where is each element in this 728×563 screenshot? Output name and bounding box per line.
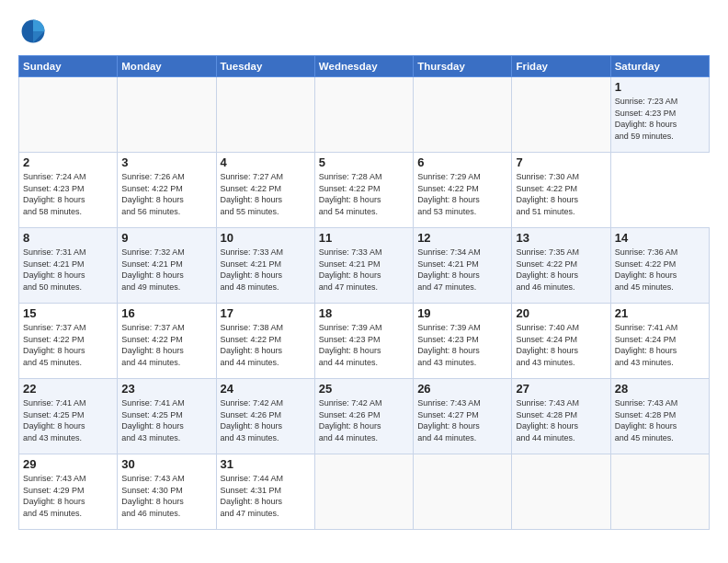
calendar-cell: 7Sunrise: 7:30 AM Sunset: 4:22 PM Daylig…	[512, 153, 610, 228]
header	[18, 17, 710, 46]
calendar-cell: 30Sunrise: 7:43 AM Sunset: 4:30 PM Dayli…	[118, 454, 216, 530]
calendar-cell: 13Sunrise: 7:35 AM Sunset: 4:22 PM Dayli…	[512, 228, 610, 304]
calendar-row: 22Sunrise: 7:41 AM Sunset: 4:25 PM Dayli…	[19, 379, 710, 454]
calendar-row: 8Sunrise: 7:31 AM Sunset: 4:21 PM Daylig…	[19, 228, 710, 304]
calendar-cell: 3Sunrise: 7:26 AM Sunset: 4:22 PM Daylig…	[118, 153, 216, 228]
empty-cell	[414, 454, 512, 530]
empty-cell	[414, 77, 512, 153]
calendar-cell: 18Sunrise: 7:39 AM Sunset: 4:23 PM Dayli…	[314, 304, 413, 379]
calendar-row: 1Sunrise: 7:23 AM Sunset: 4:23 PM Daylig…	[19, 77, 710, 153]
empty-cell	[314, 454, 413, 530]
calendar-cell: 24Sunrise: 7:42 AM Sunset: 4:26 PM Dayli…	[216, 379, 314, 454]
calendar-cell: 14Sunrise: 7:36 AM Sunset: 4:22 PM Dayli…	[610, 228, 709, 304]
empty-cell	[610, 454, 709, 530]
logo	[18, 17, 51, 46]
calendar-cell: 22Sunrise: 7:41 AM Sunset: 4:25 PM Dayli…	[19, 379, 118, 454]
calendar-cell: 26Sunrise: 7:43 AM Sunset: 4:27 PM Dayli…	[414, 379, 512, 454]
calendar-cell: 10Sunrise: 7:33 AM Sunset: 4:21 PM Dayli…	[216, 228, 314, 304]
calendar-cell: 11Sunrise: 7:33 AM Sunset: 4:21 PM Dayli…	[314, 228, 413, 304]
empty-cell	[314, 77, 413, 153]
calendar-cell: 4Sunrise: 7:27 AM Sunset: 4:22 PM Daylig…	[216, 153, 314, 228]
calendar-cell: 20Sunrise: 7:40 AM Sunset: 4:24 PM Dayli…	[512, 304, 610, 379]
weekday-header: Wednesday	[314, 56, 413, 77]
calendar-cell: 9Sunrise: 7:32 AM Sunset: 4:21 PM Daylig…	[118, 228, 216, 304]
calendar-cell: 31Sunrise: 7:44 AM Sunset: 4:31 PM Dayli…	[216, 454, 314, 530]
weekday-header: Saturday	[610, 56, 709, 77]
calendar-cell: 19Sunrise: 7:39 AM Sunset: 4:23 PM Dayli…	[414, 304, 512, 379]
weekday-header: Friday	[512, 56, 610, 77]
empty-cell	[118, 77, 216, 153]
calendar-cell: 21Sunrise: 7:41 AM Sunset: 4:24 PM Dayli…	[610, 304, 709, 379]
calendar-cell: 12Sunrise: 7:34 AM Sunset: 4:21 PM Dayli…	[414, 228, 512, 304]
calendar-cell: 1Sunrise: 7:23 AM Sunset: 4:23 PM Daylig…	[610, 77, 709, 153]
calendar-row: 2Sunrise: 7:24 AM Sunset: 4:23 PM Daylig…	[19, 153, 710, 228]
calendar-cell: 8Sunrise: 7:31 AM Sunset: 4:21 PM Daylig…	[19, 228, 118, 304]
calendar-page: SundayMondayTuesdayWednesdayThursdayFrid…	[0, 0, 728, 563]
calendar-table: SundayMondayTuesdayWednesdayThursdayFrid…	[18, 55, 710, 530]
calendar-cell: 6Sunrise: 7:29 AM Sunset: 4:22 PM Daylig…	[414, 153, 512, 228]
empty-cell	[216, 77, 314, 153]
weekday-header: Sunday	[19, 56, 118, 77]
calendar-cell: 2Sunrise: 7:24 AM Sunset: 4:23 PM Daylig…	[19, 153, 118, 228]
calendar-row: 15Sunrise: 7:37 AM Sunset: 4:22 PM Dayli…	[19, 304, 710, 379]
weekday-header: Tuesday	[216, 56, 314, 77]
calendar-cell: 27Sunrise: 7:43 AM Sunset: 4:28 PM Dayli…	[512, 379, 610, 454]
weekday-header: Monday	[118, 56, 216, 77]
calendar-cell: 25Sunrise: 7:42 AM Sunset: 4:26 PM Dayli…	[314, 379, 413, 454]
calendar-cell: 29Sunrise: 7:43 AM Sunset: 4:29 PM Dayli…	[19, 454, 118, 530]
calendar-row: 29Sunrise: 7:43 AM Sunset: 4:29 PM Dayli…	[19, 454, 710, 530]
calendar-cell: 23Sunrise: 7:41 AM Sunset: 4:25 PM Dayli…	[118, 379, 216, 454]
calendar-cell: 16Sunrise: 7:37 AM Sunset: 4:22 PM Dayli…	[118, 304, 216, 379]
empty-cell	[512, 77, 610, 153]
calendar-cell: 28Sunrise: 7:43 AM Sunset: 4:28 PM Dayli…	[610, 379, 709, 454]
calendar-cell: 15Sunrise: 7:37 AM Sunset: 4:22 PM Dayli…	[19, 304, 118, 379]
header-row: SundayMondayTuesdayWednesdayThursdayFrid…	[19, 56, 710, 77]
logo-icon	[18, 17, 48, 46]
calendar-cell: 17Sunrise: 7:38 AM Sunset: 4:22 PM Dayli…	[216, 304, 314, 379]
empty-cell	[512, 454, 610, 530]
calendar-cell: 5Sunrise: 7:28 AM Sunset: 4:22 PM Daylig…	[314, 153, 413, 228]
weekday-header: Thursday	[414, 56, 512, 77]
empty-cell	[19, 77, 118, 153]
